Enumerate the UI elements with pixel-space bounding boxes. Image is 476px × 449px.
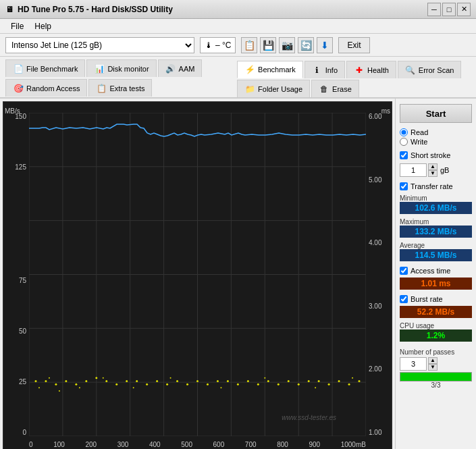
svg-point-52 (38, 387, 40, 388)
menu-file[interactable]: File (5, 20, 29, 32)
svg-point-46 (308, 380, 310, 382)
temperature-value: – °C (215, 41, 231, 50)
svg-point-31 (156, 380, 158, 382)
svg-point-48 (328, 384, 330, 386)
tab-aam[interactable]: 🔊 AAM (158, 59, 203, 77)
svg-point-43 (277, 384, 280, 386)
average-label: Average (400, 242, 472, 249)
svg-point-39 (237, 384, 239, 386)
write-radio-label[interactable]: Write (400, 138, 472, 146)
svg-point-32 (166, 384, 168, 386)
short-stroke-down[interactable]: ▼ (428, 170, 438, 177)
maximize-button[interactable]: □ (442, 3, 456, 16)
access-time-checkbox[interactable] (400, 267, 408, 275)
maximum-value: 133.2 MB/s (400, 226, 472, 238)
tab-file-benchmark[interactable]: 📄 File Benchmark (5, 59, 85, 77)
svg-point-49 (338, 380, 340, 382)
tab-benchmark[interactable]: ⚡ Benchmark (237, 61, 303, 78)
tab-error-scan[interactable]: 🔍 Error Scan (398, 61, 462, 78)
start-button[interactable]: Start (400, 104, 472, 123)
tab-folder-usage[interactable]: 📁 Folder Usage (237, 80, 310, 97)
toolbar: Intenso Jet Line (125 gB) 🌡 – °C 📋 💾 📷 🔄… (0, 34, 476, 57)
svg-point-23 (75, 384, 77, 386)
tab-health[interactable]: ✚ Health (346, 61, 396, 78)
y-axis-left: 150 125 75 50 25 0 (3, 113, 29, 436)
tab-row-top: 📄 File Benchmark 📊 Disk monitor 🔊 AAM 🎯 … (5, 59, 237, 97)
svg-point-62 (352, 377, 353, 379)
random-access-icon: 🎯 (13, 83, 24, 94)
access-time-value: 1.01 ms (400, 278, 472, 290)
svg-point-33 (176, 380, 178, 382)
number-of-passes-section: Number of passes ▲ ▼ 3/3 (400, 347, 472, 389)
exit-button[interactable]: Exit (338, 37, 369, 53)
extra-tests-icon: 📋 (96, 83, 107, 94)
tab-random-access[interactable]: 🎯 Random Access (5, 79, 87, 97)
toolbar-icons: 📋 💾 📷 🔄 ⬇ (241, 37, 333, 53)
maximum-label: Maximum (400, 218, 472, 226)
tab-erase[interactable]: 🗑 Erase (311, 80, 359, 97)
app-icon: 🖥 (5, 5, 14, 14)
svg-point-53 (49, 377, 50, 379)
svg-point-57 (133, 387, 134, 388)
svg-point-44 (288, 380, 290, 382)
close-button[interactable]: ✕ (457, 3, 471, 16)
chart-svg: www.ssd-tester.es (29, 113, 366, 436)
tab-info[interactable]: ℹ Info (305, 61, 345, 78)
passes-up[interactable]: ▲ (428, 357, 438, 364)
short-stroke-checkbox[interactable] (400, 151, 408, 159)
transfer-rate-checkbox[interactable] (400, 182, 408, 190)
svg-point-25 (95, 377, 97, 379)
title-bar: 🖥 HD Tune Pro 5.75 - Hard Disk/SSD Utili… (0, 0, 476, 19)
menu-help[interactable]: Help (29, 20, 57, 32)
tab-row-bottom: ⚡ Benchmark ℹ Info ✚ Health 🔍 Error Scan… (237, 61, 471, 97)
file-benchmark-icon: 📄 (13, 63, 24, 74)
read-write-group: Read Write (400, 128, 472, 146)
refresh-icon[interactable]: 🔄 (298, 37, 314, 53)
access-time-checkbox-label[interactable]: Access time (400, 267, 472, 275)
short-stroke-checkbox-label[interactable]: Short stroke (400, 151, 472, 159)
svg-point-30 (146, 384, 148, 386)
error-scan-icon: 🔍 (405, 65, 416, 76)
svg-point-40 (247, 380, 249, 382)
read-radio[interactable] (400, 128, 408, 136)
passes-input[interactable] (400, 357, 427, 371)
svg-point-41 (257, 384, 259, 386)
folder-usage-icon: 📁 (244, 84, 255, 95)
burst-rate-checkbox[interactable] (400, 295, 408, 303)
svg-point-38 (227, 380, 229, 382)
svg-point-22 (65, 380, 67, 382)
tab-disk-monitor[interactable]: 📊 Disk monitor (86, 59, 156, 77)
tab-extra-tests[interactable]: 📋 Extra tests (88, 79, 152, 97)
svg-point-28 (126, 380, 128, 382)
thermometer-icon: 🌡 (205, 41, 213, 50)
drive-select[interactable]: Intenso Jet Line (125 gB) (5, 37, 194, 53)
read-radio-label[interactable]: Read (400, 128, 472, 136)
minimize-button[interactable]: ─ (427, 3, 441, 16)
write-radio[interactable] (400, 138, 408, 146)
passes-down[interactable]: ▼ (428, 364, 438, 371)
svg-point-37 (217, 380, 219, 382)
short-stroke-input[interactable] (400, 163, 427, 177)
camera-icon[interactable]: 📷 (279, 37, 295, 53)
passes-progress-label: 3/3 (400, 381, 472, 389)
svg-point-60 (264, 377, 265, 379)
health-icon: ✚ (354, 65, 365, 76)
transfer-rate-checkbox-label[interactable]: Transfer rate (400, 182, 472, 190)
cpu-usage-value: 1.2% (400, 329, 472, 342)
short-stroke-up[interactable]: ▲ (428, 163, 438, 170)
save-icon[interactable]: 💾 (260, 37, 276, 53)
watermark-text: www.ssd-tester.es (282, 414, 336, 421)
download-icon[interactable]: ⬇ (317, 37, 333, 53)
short-stroke-spinner: ▲ ▼ gB (400, 163, 472, 177)
svg-point-51 (359, 380, 361, 382)
copy-icon[interactable]: 📋 (241, 37, 257, 53)
app-title: HD Tune Pro 5.75 - Hard Disk/SSD Utility (18, 5, 173, 14)
burst-rate-checkbox-label[interactable]: Burst rate (400, 295, 472, 303)
disk-monitor-icon: 📊 (94, 63, 105, 74)
passes-spinner: ▲ ▼ (400, 357, 472, 371)
svg-point-34 (186, 384, 188, 386)
svg-point-27 (115, 384, 117, 386)
title-bar-left: 🖥 HD Tune Pro 5.75 - Hard Disk/SSD Utili… (5, 5, 173, 14)
x-axis-labels: 0 100 200 300 400 500 600 700 800 900 10… (29, 441, 366, 448)
passes-spinner-buttons: ▲ ▼ (428, 357, 438, 371)
